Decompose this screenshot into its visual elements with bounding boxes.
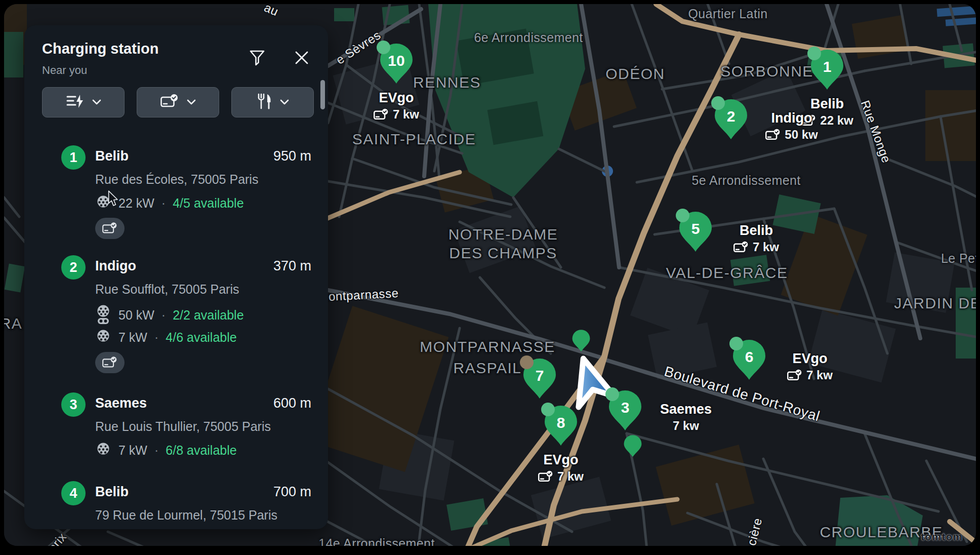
connector-availability: 4/6 available bbox=[166, 330, 236, 345]
payment-card-check-icon bbox=[160, 94, 179, 111]
station-address: Rue Louis Thullier, 75005 Paris bbox=[95, 419, 271, 434]
device-frame: Quartier Latin6e ArrondissementRENNESODÉ… bbox=[0, 0, 980, 555]
separator-dot: · bbox=[161, 308, 166, 323]
station-connector-row: 7 kW·4/6 available bbox=[95, 329, 237, 345]
panel-scrollbar[interactable] bbox=[320, 80, 325, 109]
ccs-connector-icon bbox=[95, 305, 111, 325]
filter-chip-payment[interactable] bbox=[137, 87, 219, 117]
close-icon bbox=[294, 50, 309, 67]
filter-chips-row bbox=[42, 87, 314, 117]
svg-text:2: 2 bbox=[727, 108, 736, 125]
charger-list-icon bbox=[66, 94, 84, 110]
charging-station-panel: Charging station Near you 1Belib950 mRue… bbox=[24, 25, 328, 529]
map-pin-5[interactable]: 5 bbox=[679, 212, 712, 252]
station-distance: 950 m bbox=[273, 148, 311, 164]
map-pin-6[interactable]: 6 bbox=[732, 340, 766, 380]
svg-text:8: 8 bbox=[557, 414, 565, 431]
chevron-down-icon bbox=[280, 98, 289, 107]
station-connector-row: 22 kW·4/5 available bbox=[95, 195, 244, 211]
payment-card-check-icon bbox=[102, 222, 117, 235]
payment-badge[interactable] bbox=[95, 352, 125, 373]
page-title: Charging station bbox=[42, 41, 158, 57]
type2-connector-icon bbox=[95, 442, 111, 458]
connector-power: 22 kW bbox=[118, 196, 154, 211]
map-pin-1[interactable]: 1 bbox=[810, 50, 844, 90]
station-distance: 700 m bbox=[273, 484, 311, 500]
svg-text:5: 5 bbox=[691, 220, 700, 237]
chevron-down-icon bbox=[187, 98, 196, 107]
map-mini-pin[interactable] bbox=[624, 435, 642, 457]
svg-text:7: 7 bbox=[536, 367, 544, 384]
pin-status-dot bbox=[541, 403, 555, 416]
station-connector-row: 50 kW·2/2 available bbox=[95, 305, 244, 325]
map-pin-7[interactable]: 7 bbox=[523, 359, 556, 399]
separator-dot: · bbox=[154, 443, 158, 458]
station-address: Rue Soufflot, 75005 Paris bbox=[95, 282, 239, 297]
filter-chip-charger-type[interactable] bbox=[42, 87, 125, 117]
separator-dot: · bbox=[161, 196, 166, 211]
restaurant-icon bbox=[257, 93, 272, 111]
station-number-badge: 4 bbox=[61, 481, 86, 505]
svg-text:10: 10 bbox=[388, 52, 404, 69]
connector-availability: 2/2 available bbox=[173, 308, 243, 323]
svg-text:6: 6 bbox=[745, 348, 754, 365]
payment-badge[interactable] bbox=[95, 218, 125, 239]
station-name: Saemes bbox=[95, 395, 147, 411]
station-number-badge: 1 bbox=[61, 145, 86, 170]
station-number-badge: 2 bbox=[61, 255, 86, 280]
connector-power: 7 kW bbox=[118, 443, 147, 458]
app-screen: Quartier Latin6e ArrondissementRENNESODÉ… bbox=[4, 4, 976, 546]
map-pin-10[interactable]: 10 bbox=[380, 44, 413, 84]
pin-status-dot bbox=[676, 209, 689, 222]
map-mini-pin[interactable] bbox=[572, 330, 590, 352]
station-distance: 370 m bbox=[273, 258, 311, 274]
pin-status-dot bbox=[377, 41, 390, 54]
svg-text:1: 1 bbox=[823, 58, 832, 75]
station-name: Belib bbox=[95, 484, 129, 500]
filter-funnel-icon bbox=[249, 49, 266, 68]
station-name: Belib bbox=[95, 148, 129, 164]
map-pin-8[interactable]: 8 bbox=[544, 406, 578, 446]
tomtom-logo: tomtom bbox=[921, 531, 963, 543]
connector-power: 7 kW bbox=[118, 330, 147, 345]
station-address: Rue des Écoles, 75005 Paris bbox=[95, 172, 258, 187]
filter-button[interactable] bbox=[247, 49, 267, 69]
pin-status-dot bbox=[807, 47, 821, 60]
close-button[interactable] bbox=[292, 49, 312, 69]
pin-status-dot bbox=[711, 96, 725, 110]
pin-status-dot bbox=[729, 337, 743, 350]
separator-dot: · bbox=[154, 330, 158, 345]
connector-availability: 6/8 available bbox=[166, 443, 236, 458]
payment-card-check-icon bbox=[102, 356, 117, 369]
svg-text:3: 3 bbox=[621, 399, 630, 416]
connector-power: 50 kW bbox=[118, 308, 154, 323]
page-subtitle: Near you bbox=[42, 64, 87, 77]
type2-connector-icon bbox=[95, 195, 111, 211]
station-distance: 600 m bbox=[273, 395, 311, 411]
connector-availability: 4/5 available bbox=[173, 196, 243, 211]
map-pin-3[interactable]: 3 bbox=[608, 390, 642, 431]
station-connector-row: 7 kW·6/8 available bbox=[95, 442, 237, 458]
station-number-badge: 3 bbox=[61, 392, 86, 417]
chevron-down-icon bbox=[92, 98, 101, 107]
pin-status-dot bbox=[605, 387, 619, 401]
filter-chip-food[interactable] bbox=[231, 87, 314, 117]
map-pin-2[interactable]: 2 bbox=[714, 99, 748, 140]
station-name: Indigo bbox=[95, 258, 136, 274]
type2-connector-icon bbox=[95, 329, 111, 345]
pin-status-dot bbox=[520, 355, 534, 369]
station-address: 79 Rue de Lourmel, 75015 Paris bbox=[95, 508, 277, 523]
